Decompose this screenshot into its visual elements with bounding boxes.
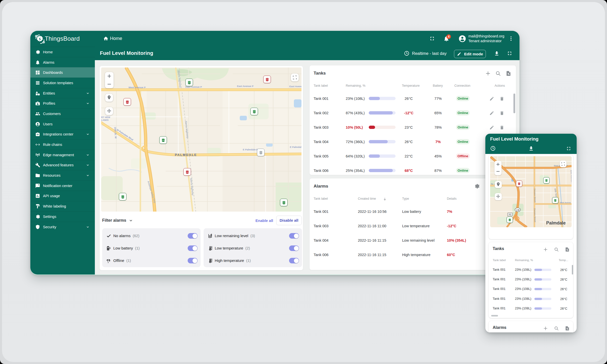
svg-text:138: 138: [516, 209, 519, 211]
svg-text:N2: N2: [509, 213, 511, 216]
svg-text:E Palmdale B: E Palmdale B: [243, 148, 258, 151]
svg-text:Palmdale: Palmdale: [546, 220, 566, 225]
svg-text:East Avenue: East Avenue: [289, 85, 301, 88]
svg-text:Division Street: Division Street: [533, 189, 536, 203]
svg-text:West Avenue P: West Avenue P: [128, 86, 146, 89]
svg-text:East Avenue P: East Avenue P: [237, 85, 254, 87]
svg-text:LANDS: LANDS: [101, 119, 109, 121]
svg-text:PALMDALE: PALMDALE: [175, 153, 197, 157]
svg-text:E Palmdale B: E Palmdale B: [290, 146, 301, 148]
svg-text:East Avenu: East Avenu: [560, 201, 571, 204]
svg-text:Division Street: Division Street: [533, 208, 536, 222]
svg-text:RT VIEW: RT VIEW: [101, 116, 110, 119]
